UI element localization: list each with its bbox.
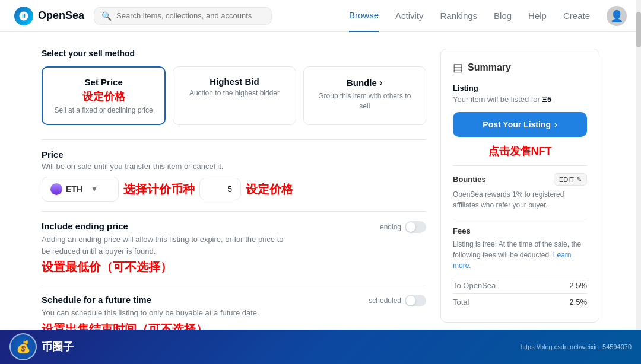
- summary-icon: ▤: [453, 61, 463, 74]
- watermark-url: https://blog.csdn.net/weixin_54594070: [521, 343, 632, 350]
- highest-bid-title: Highest Bid: [183, 76, 285, 87]
- watermark-bar: 💰 币圈子 https://blog.csdn.net/weixin_54594…: [0, 330, 641, 364]
- main-content: Select your sell method Set Price 设定价格 S…: [0, 32, 641, 364]
- nav-rankings[interactable]: Rankings: [440, 0, 478, 31]
- highest-bid-desc: Auction to the highest bidder: [183, 89, 285, 97]
- post-listing-label: Post Your Listing: [483, 120, 551, 129]
- left-column: Select your sell method Set Price 设定价格 S…: [42, 49, 426, 364]
- logo-area: OpenSea: [14, 7, 84, 25]
- listing-title: Listing: [453, 84, 587, 92]
- sell-method-label: Select your sell method: [42, 49, 426, 58]
- fee-opensea-value: 2.5%: [569, 281, 587, 290]
- set-price-annotation: 设定价格: [52, 90, 155, 104]
- edit-pencil-icon: ✎: [576, 175, 582, 183]
- ending-price-desc: Adding an ending price will allow this l…: [42, 234, 291, 257]
- divider-1: [453, 165, 587, 166]
- fees-title: Fees: [453, 226, 587, 235]
- search-bar[interactable]: 🔍: [94, 7, 272, 25]
- ending-toggle[interactable]: [405, 221, 426, 233]
- ending-price-title: Include ending price: [42, 221, 291, 231]
- currency-chevron: ▼: [91, 185, 98, 193]
- price-input[interactable]: [199, 178, 241, 200]
- schedule-toggle-label: scheduled: [369, 296, 401, 305]
- watermark-circle-icon: 💰: [9, 333, 37, 360]
- price-title: Price: [42, 149, 426, 159]
- header: OpenSea 🔍 Browse Activity Rankings Blog …: [0, 0, 641, 32]
- ending-toggle-knob: [406, 222, 415, 232]
- sell-method-set-price[interactable]: Set Price 设定价格 Sell at a fixed or declin…: [42, 66, 166, 125]
- fee-total-label: Total: [453, 298, 469, 306]
- post-annotation: 点击发售NFT: [453, 144, 587, 158]
- summary-title-row: ▤ Summary: [453, 61, 587, 74]
- sell-method-section: Select your sell method Set Price 设定价格 S…: [42, 49, 426, 125]
- price-section: Price Will be on sale until you transfer…: [42, 139, 426, 211]
- set-price-title: Set Price: [52, 77, 155, 87]
- schedule-toggle[interactable]: [405, 295, 426, 306]
- summary-panel: ▤ Summary Listing Your item will be list…: [440, 49, 599, 323]
- listing-section: Listing Your item will be listed for Ξ5: [453, 84, 587, 104]
- currency-annotation: 选择计价币种: [123, 181, 195, 197]
- fee-opensea-label: To OpenSea: [453, 281, 496, 290]
- bounties-desc: OpenSea rewards 1% to registered affilia…: [453, 189, 587, 210]
- watermark-text: 币圈子: [42, 340, 74, 354]
- bounties-section: Bounties EDIT ✎ OpenSea rewards 1% to re…: [453, 173, 587, 210]
- nav-activity[interactable]: Activity: [395, 0, 424, 31]
- main-nav: Browse Activity Rankings Blog Help Creat…: [349, 0, 627, 32]
- currency-select[interactable]: ETH ▼: [42, 177, 119, 202]
- set-price-desc: Sell at a fixed or declining price: [52, 106, 155, 114]
- schedule-toggle-area: scheduled: [369, 295, 426, 306]
- ending-price-section: Include ending price Adding an ending pr…: [42, 211, 426, 285]
- sell-method-bundle[interactable]: Bundle › Group this item with others to …: [303, 66, 426, 125]
- fee-row-opensea: To OpenSea 2.5%: [453, 277, 587, 293]
- bundle-title: Bundle: [347, 78, 377, 88]
- nav-help[interactable]: Help: [528, 0, 547, 31]
- schedule-desc: You can schedule this listing to only be…: [42, 307, 259, 319]
- bundle-arrow: ›: [379, 76, 383, 89]
- post-listing-arrow: ›: [554, 120, 557, 129]
- price-annotation: 设定价格: [246, 181, 293, 197]
- scrollbar-track: [636, 0, 641, 364]
- nav-create[interactable]: Create: [563, 0, 590, 31]
- bounties-title: Bounties: [453, 175, 486, 184]
- ending-toggle-label: ending: [380, 223, 401, 231]
- watermark-logo: 💰 币圈子: [9, 333, 74, 360]
- listing-value: Your item will be listed for Ξ5: [453, 95, 587, 104]
- eth-icon: [50, 183, 62, 195]
- summary-title: Summary: [468, 62, 511, 73]
- sell-method-highest-bid[interactable]: Highest Bid Auction to the highest bidde…: [173, 66, 296, 125]
- fees-section: Fees Listing is free! At the time of the…: [453, 226, 587, 310]
- bundle-title-row: Bundle ›: [313, 76, 416, 89]
- price-desc: Will be on sale until you transfer this …: [42, 162, 426, 171]
- fees-desc: Listing is free! At the time of the sale…: [453, 239, 587, 271]
- price-input-row: ETH ▼ 选择计价币种 设定价格: [42, 177, 426, 202]
- fee-total-value: 2.5%: [569, 298, 587, 306]
- search-input[interactable]: [116, 11, 264, 20]
- post-listing-button[interactable]: Post Your Listing ›: [453, 112, 587, 137]
- schedule-title: Schedule for a future time: [42, 295, 259, 305]
- nav-browse[interactable]: Browse: [349, 0, 379, 32]
- avatar[interactable]: 👤: [607, 6, 627, 26]
- sell-method-cards: Set Price 设定价格 Sell at a fixed or declin…: [42, 66, 426, 125]
- nav-blog[interactable]: Blog: [494, 0, 512, 31]
- ending-price-header: Include ending price Adding an ending pr…: [42, 221, 426, 275]
- bounties-header-row: Bounties EDIT ✎: [453, 173, 587, 186]
- ending-price-toggle-area: ending: [380, 221, 426, 233]
- currency-name: ETH: [66, 184, 82, 194]
- ending-price-left: Include ending price Adding an ending pr…: [42, 221, 291, 275]
- bundle-desc: Group this item with others to sell: [313, 91, 416, 111]
- edit-label: EDIT: [559, 176, 574, 183]
- scrollbar-thumb[interactable]: [636, 12, 641, 47]
- logo-icon: [14, 7, 33, 25]
- fee-row-total: Total 2.5%: [453, 293, 587, 310]
- ending-price-annotation: 设置最低价（可不选择）: [42, 259, 291, 275]
- divider-2: [453, 219, 587, 219]
- edit-button[interactable]: EDIT ✎: [554, 173, 587, 186]
- logo-text: OpenSea: [38, 9, 84, 22]
- search-icon: 🔍: [101, 11, 112, 21]
- schedule-toggle-knob: [406, 296, 415, 305]
